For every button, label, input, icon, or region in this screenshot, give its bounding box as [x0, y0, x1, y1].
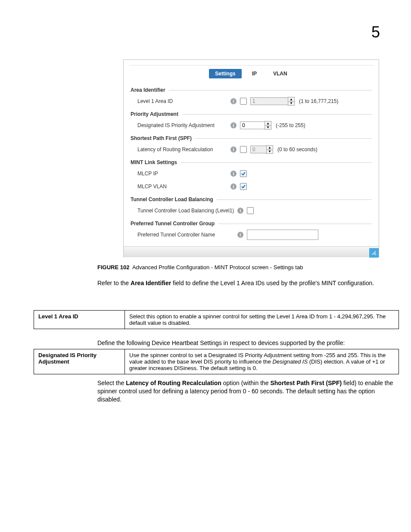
resize-handle-icon[interactable]	[369, 248, 379, 258]
section-pref-tunnel: Preferred Tunnel Controller Group	[131, 221, 372, 227]
info-icon[interactable]: i	[230, 122, 237, 128]
section-label: MINT Link Settings	[131, 159, 177, 165]
table-key: Level 1 Area ID	[34, 311, 125, 329]
section-label: Area Identifier	[131, 87, 165, 93]
label-latency-recalc: Latency of Routing Recalculation	[137, 146, 230, 152]
enable-level1-area-id-checkbox[interactable]	[240, 98, 247, 105]
section-spf: Shortest Path First (SPF)	[131, 135, 372, 141]
tab-ip[interactable]: IP	[246, 69, 263, 78]
mint-settings-panel: Settings IP VLAN Area Identifier Level 1…	[123, 59, 379, 257]
section-label: Shortest Path First (SPF)	[131, 135, 192, 141]
section-priority-adjustment: Priority Adjustment	[131, 111, 372, 117]
section-tunnel-lb: Tunnel Controller Load Balancing	[131, 196, 372, 202]
label-mlcp-vlan: MLCP VLAN	[137, 184, 230, 190]
dis-priority-spinner[interactable]: ▲▼	[240, 121, 271, 130]
spin-down-icon[interactable]: ▼	[266, 149, 273, 154]
mlcp-ip-checkbox[interactable]	[240, 170, 247, 177]
table-value: Use the spinner control to set a Designa…	[125, 349, 399, 374]
row-pref-tunnel-name: Preferred Tunnel Controller Name i	[137, 229, 372, 240]
table-value: Select this option to enable a spinner c…	[125, 311, 399, 329]
row-mlcp-ip: MLCP IP i	[137, 168, 372, 179]
label-tclb-level1: Tunnel Controller Load Balancing (Level1…	[137, 208, 237, 214]
info-icon[interactable]: i	[230, 146, 237, 152]
paragraph: Select the Latency of Routing Recalculat…	[97, 379, 399, 404]
spin-up-icon[interactable]: ▲	[265, 121, 271, 125]
tclb-level1-checkbox[interactable]	[247, 207, 254, 214]
section-area-identifier: Area Identifier	[131, 87, 372, 93]
row-dis-priority: Designated IS Priority Adjustment i ▲▼ (…	[137, 120, 372, 131]
table-level1-area-id: Level 1 Area ID Select this option to en…	[34, 310, 399, 329]
check-icon	[241, 184, 246, 189]
tab-bar: Settings IP VLAN	[124, 65, 379, 80]
section-label: Preferred Tunnel Controller Group	[131, 221, 215, 227]
chapter-number: 5	[371, 23, 380, 41]
spin-up-icon[interactable]: ▲	[288, 97, 295, 101]
label-level1-area-id: Level 1 Area ID	[137, 98, 230, 104]
section-label: Priority Adjustment	[131, 111, 178, 117]
enable-latency-recalc-checkbox[interactable]	[240, 146, 247, 153]
range-hint: (-255 to 255)	[276, 122, 305, 128]
mlcp-vlan-checkbox[interactable]	[240, 183, 247, 190]
label-pref-tunnel-name: Preferred Tunnel Controller Name	[137, 232, 237, 238]
level1-area-id-input[interactable]	[250, 97, 288, 105]
range-hint: (0 to 60 seconds)	[277, 146, 318, 152]
row-tclb-level1: Tunnel Controller Load Balancing (Level1…	[137, 205, 372, 216]
info-icon[interactable]: i	[237, 232, 243, 238]
row-level1-area-id: Level 1 Area ID i ▲▼ (1 to 16,777,215)	[137, 96, 372, 107]
tab-vlan[interactable]: VLAN	[267, 69, 293, 78]
dis-priority-input[interactable]	[240, 121, 265, 129]
info-icon[interactable]: i	[230, 171, 237, 177]
check-icon	[241, 171, 246, 176]
figure-title: Advanced Profile Configuration - MINT Pr…	[132, 264, 303, 271]
paragraph: Refer to the Area Identifier field to de…	[97, 279, 399, 287]
spin-down-icon[interactable]: ▼	[265, 125, 271, 130]
latency-recalc-input[interactable]	[250, 146, 267, 153]
section-label: Tunnel Controller Load Balancing	[131, 196, 213, 202]
row-latency-recalc: Latency of Routing Recalculation i ▲▼ (0…	[137, 144, 372, 155]
label-mlcp-ip: MLCP IP	[137, 171, 230, 177]
label-dis-priority: Designated IS Priority Adjustment	[137, 122, 230, 128]
paragraph: Define the following Device Heartbeat Se…	[97, 339, 399, 347]
panel-footer	[124, 246, 379, 257]
range-hint: (1 to 16,777,215)	[299, 98, 338, 104]
spin-up-icon[interactable]: ▲	[266, 145, 273, 149]
info-icon[interactable]: i	[230, 184, 237, 190]
table-key: Designated IS Priority Adjustment	[34, 349, 125, 374]
level1-area-id-spinner[interactable]: ▲▼	[250, 97, 295, 106]
latency-recalc-spinner[interactable]: ▲▼	[250, 145, 273, 154]
tab-settings[interactable]: Settings	[209, 69, 241, 78]
figure-number: FIGURE 102	[97, 264, 129, 271]
info-icon[interactable]: i	[230, 98, 237, 104]
figure-caption: FIGURE 102 Advanced Profile Configuratio…	[97, 264, 303, 271]
section-mint-link: MINT Link Settings	[131, 159, 372, 165]
table-dis-priority: Designated IS Priority Adjustment Use th…	[34, 349, 399, 374]
row-mlcp-vlan: MLCP VLAN i	[137, 181, 372, 192]
spin-down-icon[interactable]: ▼	[288, 101, 295, 106]
pref-tunnel-name-input[interactable]	[247, 230, 318, 240]
info-icon[interactable]: i	[237, 208, 243, 214]
